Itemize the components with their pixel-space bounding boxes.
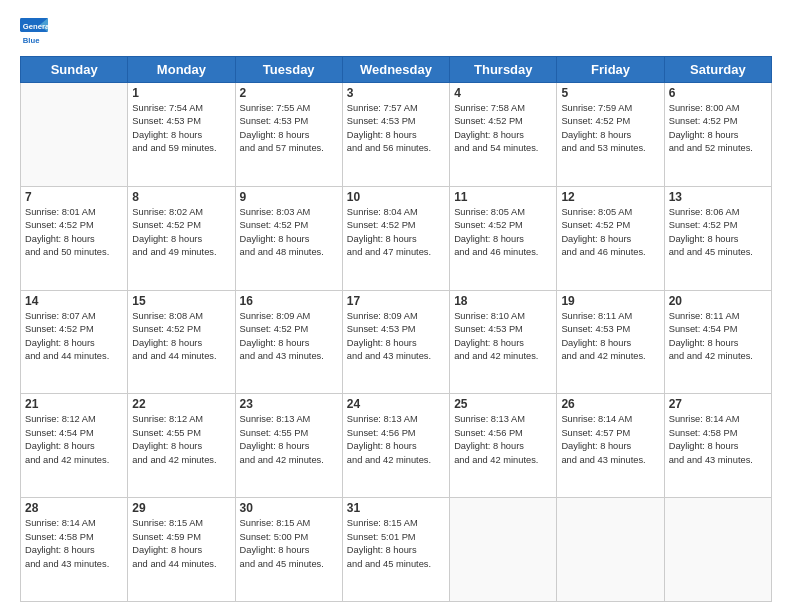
daylight-label: Daylight: 8 hours: [561, 233, 659, 246]
calendar-cell: 16Sunrise: 8:09 AMSunset: 4:52 PMDayligh…: [235, 290, 342, 394]
sunset-text: Sunset: 4:55 PM: [132, 427, 230, 440]
sunset-text: Sunset: 4:53 PM: [454, 323, 552, 336]
daylight-minutes: and and 43 minutes.: [347, 350, 445, 363]
calendar-cell: 25Sunrise: 8:13 AMSunset: 4:56 PMDayligh…: [450, 394, 557, 498]
sunrise-text: Sunrise: 8:03 AM: [240, 206, 338, 219]
sunset-text: Sunset: 4:52 PM: [561, 219, 659, 232]
daylight-minutes: and and 46 minutes.: [454, 246, 552, 259]
calendar-cell: 24Sunrise: 8:13 AMSunset: 4:56 PMDayligh…: [342, 394, 449, 498]
calendar-cell: 21Sunrise: 8:12 AMSunset: 4:54 PMDayligh…: [21, 394, 128, 498]
sunset-text: Sunset: 4:52 PM: [669, 115, 767, 128]
daylight-minutes: and and 43 minutes.: [669, 454, 767, 467]
daylight-label: Daylight: 8 hours: [561, 129, 659, 142]
day-number: 28: [25, 501, 123, 515]
day-number: 25: [454, 397, 552, 411]
daylight-label: Daylight: 8 hours: [454, 440, 552, 453]
day-number: 16: [240, 294, 338, 308]
daylight-label: Daylight: 8 hours: [561, 440, 659, 453]
sunrise-text: Sunrise: 8:14 AM: [561, 413, 659, 426]
sunrise-text: Sunrise: 8:02 AM: [132, 206, 230, 219]
sunset-text: Sunset: 4:53 PM: [132, 115, 230, 128]
weekday-header-row: SundayMondayTuesdayWednesdayThursdayFrid…: [21, 57, 772, 83]
calendar-cell: 17Sunrise: 8:09 AMSunset: 4:53 PMDayligh…: [342, 290, 449, 394]
daylight-label: Daylight: 8 hours: [132, 440, 230, 453]
calendar-cell: 20Sunrise: 8:11 AMSunset: 4:54 PMDayligh…: [664, 290, 771, 394]
sunset-text: Sunset: 4:52 PM: [25, 323, 123, 336]
daylight-label: Daylight: 8 hours: [669, 440, 767, 453]
daylight-label: Daylight: 8 hours: [132, 129, 230, 142]
daylight-label: Daylight: 8 hours: [132, 337, 230, 350]
daylight-minutes: and and 42 minutes.: [669, 350, 767, 363]
day-number: 20: [669, 294, 767, 308]
daylight-minutes: and and 44 minutes.: [25, 350, 123, 363]
calendar-cell: 9Sunrise: 8:03 AMSunset: 4:52 PMDaylight…: [235, 186, 342, 290]
calendar-cell: 12Sunrise: 8:05 AMSunset: 4:52 PMDayligh…: [557, 186, 664, 290]
sunset-text: Sunset: 4:53 PM: [347, 115, 445, 128]
calendar-cell: 28Sunrise: 8:14 AMSunset: 4:58 PMDayligh…: [21, 498, 128, 602]
day-number: 17: [347, 294, 445, 308]
daylight-minutes: and and 49 minutes.: [132, 246, 230, 259]
daylight-minutes: and and 50 minutes.: [25, 246, 123, 259]
sunset-text: Sunset: 4:53 PM: [240, 115, 338, 128]
day-number: 13: [669, 190, 767, 204]
daylight-label: Daylight: 8 hours: [347, 233, 445, 246]
sunrise-text: Sunrise: 8:11 AM: [561, 310, 659, 323]
sunrise-text: Sunrise: 8:13 AM: [347, 413, 445, 426]
sunrise-text: Sunrise: 8:15 AM: [132, 517, 230, 530]
sunrise-text: Sunrise: 8:05 AM: [561, 206, 659, 219]
calendar-cell: 7Sunrise: 8:01 AMSunset: 4:52 PMDaylight…: [21, 186, 128, 290]
calendar-cell: 6Sunrise: 8:00 AMSunset: 4:52 PMDaylight…: [664, 83, 771, 187]
sunset-text: Sunset: 4:52 PM: [347, 219, 445, 232]
calendar-cell: 2Sunrise: 7:55 AMSunset: 4:53 PMDaylight…: [235, 83, 342, 187]
daylight-label: Daylight: 8 hours: [25, 337, 123, 350]
day-number: 29: [132, 501, 230, 515]
daylight-label: Daylight: 8 hours: [240, 544, 338, 557]
daylight-minutes: and and 53 minutes.: [561, 142, 659, 155]
sunrise-text: Sunrise: 8:12 AM: [25, 413, 123, 426]
sunset-text: Sunset: 4:52 PM: [561, 115, 659, 128]
calendar-cell: 23Sunrise: 8:13 AMSunset: 4:55 PMDayligh…: [235, 394, 342, 498]
daylight-label: Daylight: 8 hours: [669, 233, 767, 246]
calendar-cell: 31Sunrise: 8:15 AMSunset: 5:01 PMDayligh…: [342, 498, 449, 602]
daylight-minutes: and and 56 minutes.: [347, 142, 445, 155]
weekday-header-monday: Monday: [128, 57, 235, 83]
sunrise-text: Sunrise: 8:04 AM: [347, 206, 445, 219]
sunrise-text: Sunrise: 8:01 AM: [25, 206, 123, 219]
sunrise-text: Sunrise: 8:14 AM: [25, 517, 123, 530]
sunrise-text: Sunrise: 8:05 AM: [454, 206, 552, 219]
daylight-label: Daylight: 8 hours: [132, 544, 230, 557]
daylight-label: Daylight: 8 hours: [347, 337, 445, 350]
sunrise-text: Sunrise: 8:09 AM: [240, 310, 338, 323]
sunrise-text: Sunrise: 8:15 AM: [347, 517, 445, 530]
sunrise-text: Sunrise: 8:08 AM: [132, 310, 230, 323]
sunset-text: Sunset: 4:56 PM: [454, 427, 552, 440]
day-number: 21: [25, 397, 123, 411]
sunrise-text: Sunrise: 8:11 AM: [669, 310, 767, 323]
week-row-3: 21Sunrise: 8:12 AMSunset: 4:54 PMDayligh…: [21, 394, 772, 498]
daylight-minutes: and and 45 minutes.: [240, 558, 338, 571]
daylight-label: Daylight: 8 hours: [240, 233, 338, 246]
daylight-label: Daylight: 8 hours: [347, 544, 445, 557]
daylight-minutes: and and 42 minutes.: [561, 350, 659, 363]
svg-text:General: General: [23, 22, 48, 31]
sunrise-text: Sunrise: 8:12 AM: [132, 413, 230, 426]
sunrise-text: Sunrise: 7:55 AM: [240, 102, 338, 115]
daylight-minutes: and and 57 minutes.: [240, 142, 338, 155]
sunrise-text: Sunrise: 8:15 AM: [240, 517, 338, 530]
day-number: 18: [454, 294, 552, 308]
daylight-label: Daylight: 8 hours: [132, 233, 230, 246]
daylight-label: Daylight: 8 hours: [454, 337, 552, 350]
sunset-text: Sunset: 4:59 PM: [132, 531, 230, 544]
page: General Blue SundayMondayTuesdayWednesda…: [0, 0, 792, 612]
sunset-text: Sunset: 4:57 PM: [561, 427, 659, 440]
sunset-text: Sunset: 4:55 PM: [240, 427, 338, 440]
day-number: 23: [240, 397, 338, 411]
daylight-label: Daylight: 8 hours: [561, 337, 659, 350]
day-number: 12: [561, 190, 659, 204]
sunset-text: Sunset: 4:52 PM: [132, 323, 230, 336]
daylight-label: Daylight: 8 hours: [347, 440, 445, 453]
calendar-cell: 11Sunrise: 8:05 AMSunset: 4:52 PMDayligh…: [450, 186, 557, 290]
weekday-header-friday: Friday: [557, 57, 664, 83]
sunrise-text: Sunrise: 8:09 AM: [347, 310, 445, 323]
logo-icon: General Blue: [20, 18, 48, 46]
